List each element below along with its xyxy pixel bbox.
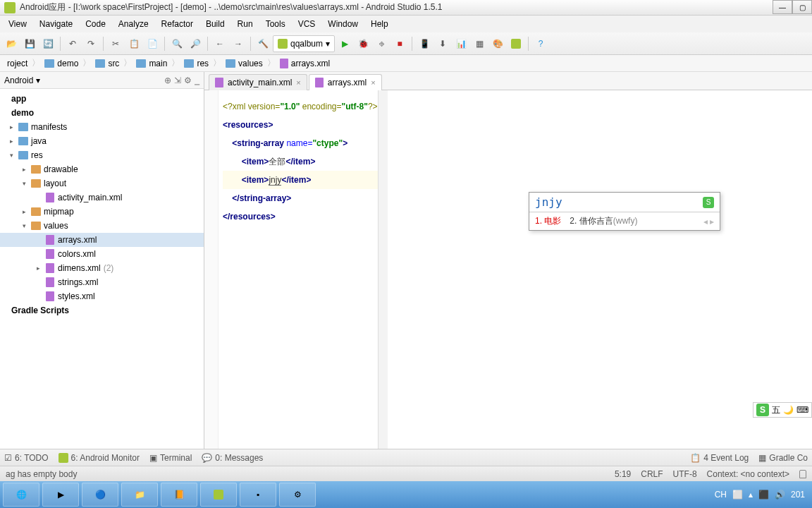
menu-run[interactable]: Run <box>232 18 259 30</box>
tray-flag-icon[interactable]: ⬜ <box>732 490 743 500</box>
chevron-down-icon[interactable]: ▾ <box>36 75 40 85</box>
gear-icon[interactable]: ⚙ <box>184 75 192 85</box>
close-icon[interactable]: × <box>296 78 300 87</box>
code-editor[interactable]: <?xml version="1.0" encoding="utf-8"?> <… <box>204 90 812 449</box>
taskbar-explorer[interactable]: 📁 <box>121 483 158 507</box>
run-config-selector[interactable]: qqalbum ▾ <box>273 35 335 52</box>
taskbar-android-studio[interactable] <box>200 483 237 507</box>
theme-editor-icon[interactable]: 🎨 <box>489 35 506 52</box>
menu-vcs[interactable]: VCS <box>293 18 321 30</box>
forward-icon[interactable]: → <box>230 35 247 52</box>
cursor-position[interactable]: 5:19 <box>615 469 631 479</box>
tree-node-java[interactable]: ▸java <box>0 134 204 148</box>
tray-chevron-icon[interactable]: ▴ <box>749 490 753 500</box>
ime-page-arrows[interactable]: ◂ ▸ <box>703 217 714 226</box>
open-icon[interactable]: 📂 <box>3 35 20 52</box>
keyboard-icon[interactable]: ⌨ <box>796 405 808 415</box>
close-icon[interactable]: × <box>371 78 375 87</box>
error-stripe[interactable] <box>378 90 388 449</box>
tree-node-styles[interactable]: styles.xml <box>0 289 204 303</box>
tree-node-gradle-scripts[interactable]: Gradle Scripts <box>0 303 204 318</box>
breadcrumb-demo[interactable]: demo <box>42 59 81 68</box>
menu-refactor[interactable]: Refactor <box>156 18 199 30</box>
taskbar-ie[interactable]: 🌐 <box>3 483 39 507</box>
replace-icon[interactable]: 🔎 <box>187 35 204 52</box>
code-content[interactable]: <?xml version="1.0" encoding="utf-8"?> <… <box>219 90 378 449</box>
menu-tools[interactable]: Tools <box>260 18 291 30</box>
tool-gradle-console[interactable]: ▦ Gradle Co <box>758 453 808 463</box>
line-separator[interactable]: CRLF <box>641 469 663 479</box>
sogou-toolbar[interactable]: S 五 🌙 ⌨ <box>753 402 812 418</box>
help-icon[interactable]: ? <box>532 35 549 52</box>
debug-icon[interactable]: 🐞 <box>355 35 371 52</box>
tab-arrays[interactable]: arrays.xml × <box>309 74 382 90</box>
taskbar-cmd[interactable]: ▪ <box>240 483 276 507</box>
taskbar-browser[interactable]: 🔵 <box>82 483 118 507</box>
paste-icon[interactable]: 📄 <box>144 35 161 52</box>
menu-window[interactable]: Window <box>322 18 364 30</box>
breadcrumb-src[interactable]: src <box>92 59 122 68</box>
breadcrumb-res[interactable]: res <box>181 59 211 68</box>
tool-event-log[interactable]: 📋 4 Event Log <box>690 453 749 463</box>
avd-icon[interactable]: 📱 <box>416 35 433 52</box>
scroll-to-icon[interactable]: ⊕ <box>164 75 171 85</box>
maximize-button[interactable]: ▢ <box>792 0 812 14</box>
tool-todo[interactable]: ☑ 6: TODO <box>4 453 49 463</box>
tree-node-activity-main[interactable]: activity_main.xml <box>0 190 204 205</box>
tray-lang[interactable]: CH <box>715 490 727 500</box>
sdk-icon[interactable]: ⬇ <box>434 35 451 52</box>
undo-icon[interactable]: ↶ <box>64 35 81 52</box>
tab-activity-main[interactable]: activity_main.xml × <box>209 74 307 90</box>
tree-node-layout[interactable]: ▾layout <box>0 176 204 190</box>
make-icon[interactable]: 🔨 <box>254 35 271 52</box>
taskbar-powerpoint[interactable]: 📙 <box>161 483 197 507</box>
sync-icon[interactable]: 🔄 <box>39 35 56 52</box>
tree-node-manifests[interactable]: ▸manifests <box>0 120 204 134</box>
project-view-selector[interactable]: Android <box>4 75 33 85</box>
breadcrumb-file[interactable]: arrays.xml <box>277 59 333 68</box>
taskbar-app[interactable]: ⚙ <box>279 483 316 507</box>
hide-icon[interactable]: ⎯ <box>195 75 199 85</box>
tree-node-dimens[interactable]: ▸dimens.xml(2) <box>0 261 204 275</box>
tray-volume-icon[interactable]: 🔊 <box>775 490 785 500</box>
tree-node-app[interactable]: app <box>0 92 204 106</box>
ddms-icon[interactable]: 📊 <box>453 35 469 52</box>
tree-node-values[interactable]: ▾values <box>0 219 204 233</box>
tree-node-strings[interactable]: strings.xml <box>0 275 204 289</box>
menu-build[interactable]: Build <box>200 18 230 30</box>
menu-analyze[interactable]: Analyze <box>113 18 154 30</box>
tree-node-colors[interactable]: colors.xml <box>0 247 204 261</box>
tree-node-demo[interactable]: demo <box>0 106 204 120</box>
lock-icon[interactable] <box>799 470 806 478</box>
file-encoding[interactable]: UTF-8 <box>673 469 697 479</box>
breadcrumb-main[interactable]: main <box>133 59 170 68</box>
ime-candidates[interactable]: 1. 电影 2. 借你吉言(wwfy) ◂ ▸ <box>529 212 720 230</box>
stop-icon[interactable]: ■ <box>391 35 408 52</box>
redo-icon[interactable]: ↷ <box>82 35 99 52</box>
back-icon[interactable]: ← <box>211 35 228 52</box>
context-indicator[interactable]: Context: <no context> <box>707 469 789 479</box>
tree-node-mipmap[interactable]: ▸mipmap <box>0 205 204 219</box>
menu-view[interactable]: View <box>3 18 32 30</box>
taskbar-media[interactable]: ▶ <box>42 483 79 507</box>
tool-terminal[interactable]: ▣ Terminal <box>149 453 192 463</box>
breadcrumb-project[interactable]: roject <box>4 59 30 68</box>
collapse-icon[interactable]: ⇲ <box>174 75 181 85</box>
minimize-button[interactable]: — <box>773 0 792 14</box>
tree-node-arrays[interactable]: arrays.xml <box>0 233 204 247</box>
tree-node-res[interactable]: ▾res <box>0 148 204 162</box>
save-icon[interactable]: 💾 <box>21 35 38 52</box>
menu-help[interactable]: Help <box>365 18 394 30</box>
tool-android-monitor[interactable]: 6: Android Monitor <box>59 453 140 463</box>
system-tray[interactable]: CH ⬜ ▴ ⬛ 🔊 201 <box>715 490 809 500</box>
tray-network-icon[interactable]: ⬛ <box>758 490 769 500</box>
run-icon[interactable]: ▶ <box>336 35 353 52</box>
layout-inspector-icon[interactable]: ▦ <box>471 35 488 52</box>
menu-navigate[interactable]: Navigate <box>34 18 78 30</box>
breadcrumb-values[interactable]: values <box>223 59 266 68</box>
find-icon[interactable]: 🔍 <box>168 35 185 52</box>
android-robot-icon[interactable] <box>508 35 524 52</box>
copy-icon[interactable]: 📋 <box>125 35 142 52</box>
tray-time[interactable]: 201 <box>791 490 805 500</box>
menu-code[interactable]: Code <box>80 18 111 30</box>
